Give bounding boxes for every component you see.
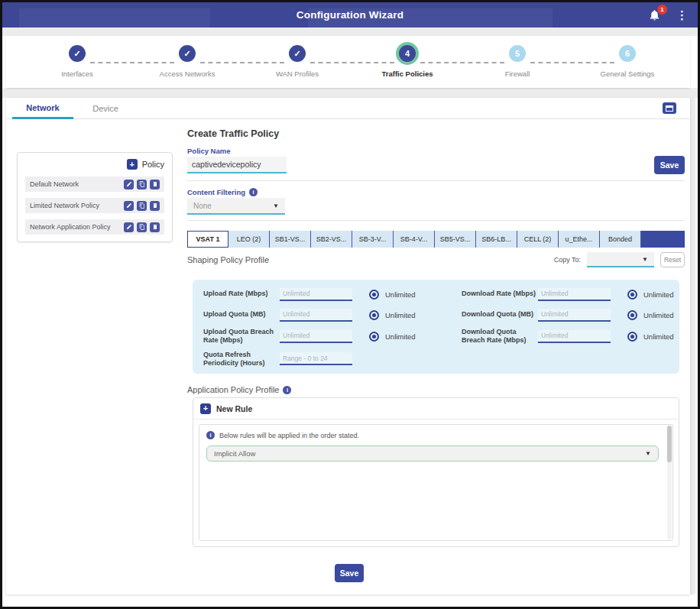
unlimited-radio[interactable]: [627, 310, 637, 320]
unlimited-label: Unlimited: [643, 332, 674, 341]
app-window: Configuration Wizard 1 ⋮ ✓ Interfaces: [0, 0, 700, 609]
policy-row-limited-network-policy[interactable]: Limited Network Policy: [25, 198, 164, 213]
upload-quota-row: Upload Quota (MB) Unlimited: [203, 307, 416, 322]
step-label: WAN Profiles: [276, 70, 319, 78]
scrollbar-thumb[interactable]: [667, 426, 672, 462]
unlimited-radio[interactable]: [627, 290, 637, 300]
content-filtering-select[interactable]: None ▼: [187, 198, 285, 215]
unlimited-radio[interactable]: [369, 310, 379, 320]
policy-row-network-application-policy[interactable]: Network Application Policy: [25, 219, 164, 235]
check-icon: ✓: [69, 45, 86, 62]
step-label: Interfaces: [61, 70, 93, 78]
scrollbar-track[interactable]: [667, 426, 672, 539]
new-rule-label: New Rule: [216, 404, 252, 413]
unlimited-label: Unlimited: [385, 332, 416, 341]
application-policy-box: + New Rule i Below rules will be applied…: [193, 397, 679, 547]
reset-button[interactable]: Reset: [660, 252, 685, 267]
tab-sb3[interactable]: SB-3-V...: [352, 231, 394, 248]
save-button[interactable]: Save: [335, 564, 364, 582]
edit-icon[interactable]: [124, 180, 134, 190]
edit-icon[interactable]: [124, 201, 134, 211]
tab-overflow-block[interactable]: [641, 231, 685, 248]
tab-u-ethernet[interactable]: u_Ethe...: [559, 231, 600, 248]
copy-icon[interactable]: [137, 222, 147, 232]
header-ghost-panel: [19, 8, 210, 28]
popout-window-icon[interactable]: [663, 102, 676, 114]
download-quota-breach-input[interactable]: [538, 330, 611, 343]
delete-icon[interactable]: [150, 201, 160, 211]
notifications-button[interactable]: 1: [648, 8, 662, 22]
tab-sb2[interactable]: SB2-VS...: [311, 231, 352, 248]
upload-rate-input[interactable]: [280, 288, 352, 301]
step-connector: [200, 62, 284, 63]
step-number: 5: [509, 45, 526, 62]
unlimited-radio[interactable]: [369, 290, 379, 300]
plus-icon: +: [127, 159, 138, 170]
rule-value: Implicit Allow: [214, 449, 255, 458]
shaping-policy-title: Shaping Policy Profile: [187, 255, 269, 264]
copy-icon[interactable]: [137, 201, 147, 211]
info-icon[interactable]: i: [249, 188, 258, 196]
add-policy-button[interactable]: + Policy: [25, 159, 164, 170]
tab-sb4[interactable]: SB-4-V...: [394, 231, 435, 248]
tab-sb6[interactable]: SB6-LB...: [476, 231, 517, 248]
kebab-menu-button[interactable]: ⋮: [674, 9, 690, 21]
new-rule-button[interactable]: + New Rule: [193, 398, 679, 419]
rule-select[interactable]: Implicit Allow ▼: [206, 445, 659, 462]
field-label: Download Quota (MB): [462, 310, 538, 319]
tab-sb1[interactable]: SB1-VS...: [270, 231, 311, 248]
step-number: 6: [619, 45, 636, 62]
notification-badge: 1: [657, 5, 667, 15]
policy-list-panel: + Policy Default Network Limited Network…: [17, 152, 173, 242]
info-icon[interactable]: i: [283, 386, 291, 394]
field-label: Upload Quota Breach Rate (Mbps): [203, 328, 280, 345]
delete-icon[interactable]: [150, 180, 160, 190]
interface-tabs: VSAT 1 LEO (2) SB1-VS... SB2-VS... SB-3-…: [187, 231, 685, 248]
save-policy-button[interactable]: Save: [654, 156, 685, 174]
tab-bar: Network Device: [6, 98, 690, 119]
field-label: Upload Quota (MB): [203, 310, 280, 319]
field-label: Upload Rate (Mbps): [203, 290, 280, 298]
copy-icon[interactable]: [137, 180, 147, 190]
tab-vsat1[interactable]: VSAT 1: [187, 231, 228, 248]
step-label: Traffic Policies: [381, 70, 433, 78]
tab-sb5[interactable]: SB5-VS...: [435, 231, 476, 248]
header-ghost-panel: [308, 8, 553, 28]
tab-leo[interactable]: LEO (2): [228, 231, 270, 248]
download-rate-input[interactable]: [538, 288, 611, 301]
copy-to-select[interactable]: ▼: [587, 252, 654, 267]
delete-icon[interactable]: [150, 222, 160, 232]
shaping-policy-panel: Upload Rate (Mbps) Unlimited Upload Quot…: [193, 280, 679, 374]
field-label: Download Rate (Mbps): [462, 290, 538, 298]
step-connector: [530, 62, 614, 63]
upload-quota-input[interactable]: [280, 309, 352, 322]
unlimited-label: Unlimited: [385, 290, 416, 299]
policy-row-default-network[interactable]: Default Network: [25, 177, 164, 192]
tab-network[interactable]: Network: [12, 98, 73, 119]
edit-icon[interactable]: [124, 222, 134, 232]
check-icon: ✓: [289, 45, 306, 62]
divider: [187, 220, 685, 221]
wizard-stepper: ✓ Interfaces ✓ Access Networks ✓ WAN Pro…: [6, 36, 690, 88]
tab-bonded[interactable]: Bonded: [600, 231, 641, 248]
step-connector: [310, 62, 394, 63]
upload-quota-breach-input[interactable]: [280, 330, 352, 343]
app-header: Configuration Wizard 1 ⋮: [2, 2, 698, 28]
upload-quota-breach-row: Upload Quota Breach Rate (Mbps) Unlimite…: [203, 328, 416, 345]
unlimited-radio[interactable]: [627, 332, 637, 342]
quota-refresh-input[interactable]: [280, 352, 352, 365]
policy-name: Network Application Policy: [30, 223, 111, 231]
unlimited-radio[interactable]: [369, 332, 379, 342]
policy-name-input[interactable]: [187, 157, 287, 173]
plus-icon: +: [200, 403, 211, 414]
content-filtering-value: None: [193, 202, 212, 210]
download-quota-breach-row: Download Quota Breach Rate (Mbps) Unlimi…: [462, 328, 674, 345]
policy-name: Default Network: [30, 180, 79, 188]
step-label: General Settings: [601, 70, 655, 78]
unlimited-label: Unlimited: [643, 311, 674, 319]
chevron-down-icon: ▼: [645, 450, 651, 457]
tab-device[interactable]: Device: [83, 98, 128, 119]
rules-container: i Below rules will be applied in the ord…: [199, 424, 673, 541]
tab-cell[interactable]: CELL (2): [517, 231, 559, 248]
download-quota-input[interactable]: [538, 309, 611, 322]
